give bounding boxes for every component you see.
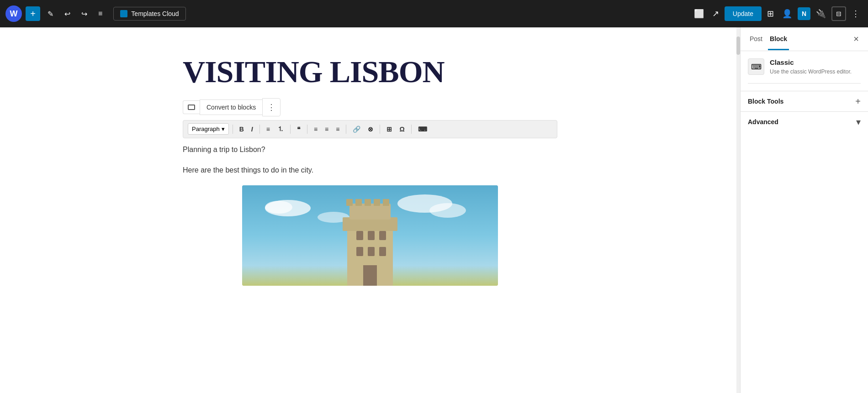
- post-title[interactable]: VISITING LISBON: [183, 55, 557, 89]
- classic-block-icon: [188, 105, 195, 110]
- tab-block[interactable]: Block: [768, 29, 789, 50]
- panel-header: Post Block ×: [741, 27, 868, 51]
- svg-rect-13: [383, 199, 389, 206]
- preview-external-button[interactable]: ↗: [709, 6, 722, 21]
- user-avatar-button[interactable]: 👤: [779, 6, 795, 21]
- classic-block-icon: ⌨: [748, 58, 764, 75]
- block-title: Classic: [770, 58, 852, 66]
- preview-desktop-button[interactable]: ⬜: [691, 6, 707, 21]
- paragraph-2[interactable]: Here are the best things to do in the ci…: [183, 164, 557, 176]
- panel-close-button[interactable]: ×: [852, 32, 861, 46]
- plugins-button[interactable]: 🔌: [813, 6, 829, 21]
- main-toolbar: W + ✎ ↩ ↪ ≡ Templates Cloud ⬜ ↗ Update ⊞…: [0, 0, 868, 27]
- scroll-bar[interactable]: [736, 27, 740, 393]
- align-center-button[interactable]: ≡: [322, 124, 331, 135]
- block-info-text: Classic Use the classic WordPress editor…: [770, 58, 852, 76]
- block-toolbar-wrapper: Convert to blocks ⋮: [183, 98, 557, 116]
- ordered-list-button[interactable]: ⒈: [275, 123, 286, 135]
- update-button[interactable]: Update: [725, 6, 762, 21]
- unordered-list-button[interactable]: ≡: [264, 124, 273, 135]
- paragraph-1[interactable]: Planning a trip to Lisbon?: [183, 144, 557, 156]
- toolbar-divider-4: [307, 125, 307, 134]
- svg-rect-9: [346, 199, 353, 206]
- svg-rect-11: [365, 199, 371, 206]
- scroll-thumb: [736, 37, 740, 55]
- block-more-options-button[interactable]: ⋮: [262, 98, 281, 116]
- more-options-button[interactable]: ⋮: [849, 6, 863, 21]
- sidebar-toggle-button[interactable]: ⊟: [831, 6, 846, 21]
- svg-point-2: [265, 201, 292, 214]
- svg-point-4: [429, 203, 466, 218]
- keyboard-shortcuts-button[interactable]: ⌨: [415, 124, 430, 135]
- toolbar-divider-6: [380, 125, 380, 134]
- align-left-button[interactable]: ≡: [311, 124, 320, 135]
- svg-rect-12: [374, 199, 380, 206]
- right-panel: Post Block × ⌨ Classic Use the classic W…: [740, 27, 868, 393]
- undo-button[interactable]: ↩: [61, 7, 74, 21]
- svg-rect-20: [363, 265, 377, 286]
- toolbar-divider-2: [259, 125, 260, 134]
- block-tools-section: Block Tools +: [741, 91, 868, 111]
- toolbar-divider-5: [346, 125, 346, 134]
- italic-button[interactable]: I: [249, 124, 256, 135]
- templates-cloud-button[interactable]: Templates Cloud: [113, 7, 185, 21]
- block-description: Use the classic WordPress editor.: [770, 68, 852, 76]
- editor-content: VISITING LISBON Convert to blocks ⋮ Para…: [164, 55, 576, 286]
- bold-button[interactable]: B: [237, 124, 247, 135]
- post-image[interactable]: [242, 185, 498, 286]
- redo-button[interactable]: ↪: [78, 7, 91, 21]
- templates-cloud-label: Templates Cloud: [131, 10, 179, 17]
- keyboard-icon: ⌨: [751, 63, 762, 71]
- toolbar-divider-1: [233, 125, 233, 134]
- link-button[interactable]: 🔗: [350, 124, 363, 135]
- svg-rect-8: [349, 204, 391, 220]
- block-tools-header[interactable]: Block Tools +: [741, 91, 868, 111]
- n-badge[interactable]: N: [798, 7, 810, 20]
- tab-post[interactable]: Post: [748, 29, 764, 50]
- special-chars-button[interactable]: Ω: [397, 124, 407, 135]
- svg-rect-17: [356, 247, 363, 256]
- block-tools-title: Block Tools: [748, 98, 783, 105]
- toolbar-right: ⬜ ↗ Update ⊞ 👤 N 🔌 ⊟ ⋮: [691, 6, 863, 21]
- convert-to-blocks-button[interactable]: Convert to blocks: [200, 100, 262, 115]
- svg-rect-15: [368, 231, 375, 240]
- layout: VISITING LISBON Convert to blocks ⋮ Para…: [0, 27, 868, 393]
- wordpress-logo[interactable]: W: [5, 5, 22, 22]
- svg-rect-10: [355, 199, 362, 206]
- advanced-section: Advanced ▾: [741, 111, 868, 132]
- toolbar-divider-3: [290, 125, 291, 134]
- block-type-button[interactable]: [183, 100, 200, 114]
- blockquote-button[interactable]: ❝: [294, 124, 303, 135]
- block-tools-add-button[interactable]: +: [855, 97, 861, 106]
- tools-button[interactable]: ≡: [95, 7, 106, 21]
- svg-rect-18: [368, 247, 375, 256]
- templates-cloud-icon: [120, 10, 127, 17]
- panel-body: ⌨ Classic Use the classic WordPress edit…: [741, 51, 868, 393]
- paragraph-chevron: ▾: [222, 126, 225, 132]
- toolbar-divider-7: [411, 125, 412, 134]
- advanced-title: Advanced: [748, 118, 778, 126]
- image-sky: [242, 185, 498, 286]
- advanced-toggle-button[interactable]: ▾: [856, 117, 861, 126]
- svg-rect-14: [356, 231, 363, 240]
- unlink-button[interactable]: ⊗: [365, 124, 376, 135]
- svg-rect-19: [379, 247, 386, 256]
- edit-mode-button[interactable]: ✎: [44, 7, 57, 21]
- paragraph-select[interactable]: Paragraph ▾: [188, 123, 229, 135]
- align-right-button[interactable]: ≡: [333, 124, 342, 135]
- table-button[interactable]: ⊞: [384, 124, 395, 135]
- editor-area[interactable]: VISITING LISBON Convert to blocks ⋮ Para…: [0, 27, 740, 393]
- add-block-button[interactable]: +: [26, 6, 40, 21]
- classic-editor-toolbar: Paragraph ▾ B I ≡ ⒈ ❝ ≡ ≡ ≡ 🔗 ⊗ ⊞: [183, 120, 557, 138]
- save-template-button[interactable]: ⊞: [764, 6, 777, 21]
- advanced-header[interactable]: Advanced ▾: [741, 112, 868, 132]
- lisbon-tower-svg: [242, 185, 498, 286]
- block-info: ⌨ Classic Use the classic WordPress edit…: [748, 58, 861, 84]
- paragraph-label: Paragraph: [192, 126, 220, 132]
- svg-rect-16: [379, 231, 386, 240]
